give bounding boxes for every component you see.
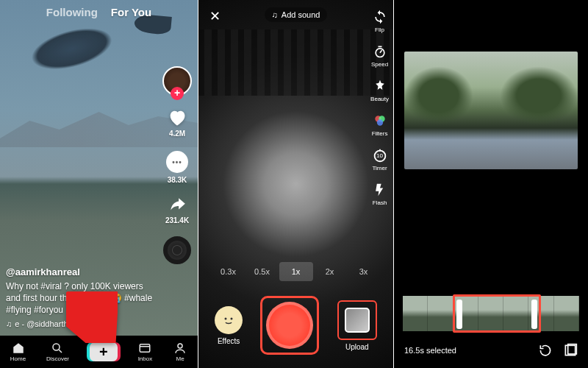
svg-point-12 [221, 313, 236, 328]
add-sound-button[interactable]: ♫ Add sound [265, 7, 328, 22]
zoom-2x[interactable]: 2x [313, 262, 347, 281]
svg-point-0 [53, 344, 60, 350]
trim-selection[interactable] [453, 294, 541, 333]
effects-button[interactable]: Effects [215, 306, 243, 345]
tab-following[interactable]: Following [46, 6, 98, 18]
profile-icon [173, 342, 187, 355]
preview-detail [500, 66, 578, 125]
effects-icon [215, 306, 243, 334]
comment-icon: ••• [165, 149, 190, 174]
music-note-icon: ♫ [272, 10, 278, 19]
zoom-selector: 0.3x 0.5x 1x 2x 3x [198, 262, 393, 281]
record-highlight [260, 296, 319, 355]
zoom-0-3x[interactable]: 0.3x [212, 262, 245, 281]
tool-filters-label: Filters [372, 130, 388, 137]
zoom-3x[interactable]: 3x [347, 262, 381, 281]
trim-screen: 16.5s selected [394, 0, 588, 368]
tool-flip[interactable]: Flip [372, 9, 388, 33]
tool-speed-label: Speed [371, 61, 388, 68]
tool-timer[interactable]: 10Timer [372, 147, 388, 171]
timeline-frame [554, 296, 579, 331]
tool-speed[interactable]: Speed [371, 43, 388, 68]
svg-point-3 [178, 344, 182, 348]
trim-handle-right[interactable] [531, 300, 537, 329]
speed-icon [372, 43, 388, 60]
trim-handle-left[interactable] [456, 300, 462, 329]
share-count: 231.4K [165, 216, 189, 224]
tool-beauty-label: Beauty [370, 96, 389, 102]
nav-me-label: Me [176, 355, 184, 362]
trim-footer: 16.5s selected [404, 343, 578, 358]
home-icon [11, 342, 26, 355]
filters-icon [372, 113, 388, 129]
timeline-frame [428, 296, 453, 331]
feed-tabs: Following For You [0, 6, 198, 18]
timer-value: 10 [372, 152, 388, 159]
preview-detail [404, 66, 473, 125]
record-button[interactable] [266, 302, 313, 349]
close-button[interactable]: ✕ [206, 7, 223, 25]
timeline-frame [403, 296, 428, 331]
feed-screen: Following For You + 4.2M ••• 38.3K 23 [0, 0, 198, 368]
camera-tools: Flip Speed Beauty Filters 10Timer Flash [370, 9, 389, 206]
aspect-button[interactable] [563, 343, 578, 358]
svg-rect-2 [140, 344, 151, 353]
trim-actions [538, 343, 578, 358]
annotation-arrow [66, 291, 118, 346]
upload-highlight [337, 300, 377, 340]
tab-for-you[interactable]: For You [111, 6, 151, 18]
music-note-icon: ♫ [6, 319, 12, 330]
comment-count: 38.3K [168, 176, 187, 184]
camera-bottom-controls: Effects Upload [198, 296, 393, 355]
heart-icon [166, 107, 188, 128]
nav-inbox-label: Inbox [138, 355, 153, 362]
viewfinder-detail [198, 29, 393, 96]
nav-me[interactable]: Me [173, 342, 187, 362]
zoom-0-5x[interactable]: 0.5x [245, 262, 279, 281]
svg-point-13 [225, 317, 227, 319]
creator-avatar[interactable]: + [162, 66, 192, 96]
inbox-icon [137, 342, 152, 355]
flip-icon [372, 9, 388, 25]
flash-icon [372, 182, 388, 198]
tool-flash-label: Flash [373, 199, 387, 206]
effects-label: Effects [218, 337, 240, 345]
add-sound-label: Add sound [282, 10, 320, 19]
sound-disc[interactable] [163, 236, 191, 264]
nav-discover-label: Discover [46, 355, 69, 362]
username[interactable]: @aamirkhanreal [6, 266, 154, 279]
tool-filters[interactable]: Filters [372, 113, 388, 137]
search-icon [50, 342, 65, 355]
follow-plus-icon[interactable]: + [171, 87, 184, 100]
like-button[interactable]: 4.2M [166, 107, 188, 138]
action-rail: + 4.2M ••• 38.3K 231.4K [162, 66, 192, 264]
svg-point-14 [231, 317, 233, 319]
selected-duration: 16.5s selected [404, 346, 456, 355]
upload-thumbnail-icon [345, 308, 370, 333]
beauty-icon [372, 78, 388, 94]
tool-flip-label: Flip [375, 26, 384, 33]
svg-point-9 [376, 119, 382, 125]
share-button[interactable]: 231.4K [165, 196, 189, 224]
video-preview [404, 52, 578, 169]
nav-home[interactable]: Home [10, 342, 26, 362]
zoom-1x[interactable]: 1x [279, 262, 313, 281]
nav-home-label: Home [10, 355, 26, 362]
svg-line-1 [60, 350, 62, 353]
timer-icon: 10 [372, 147, 388, 163]
nav-inbox[interactable]: Inbox [137, 342, 152, 362]
svg-point-4 [376, 49, 384, 57]
comment-button[interactable]: ••• 38.3K [165, 149, 190, 184]
share-icon [166, 196, 188, 215]
svg-line-5 [380, 50, 382, 52]
tool-timer-label: Timer [372, 165, 387, 171]
upload-button[interactable]: Upload [337, 300, 377, 351]
like-count: 4.2M [169, 130, 185, 138]
tool-beauty[interactable]: Beauty [370, 78, 389, 102]
upload-label: Upload [345, 343, 369, 351]
rotate-button[interactable] [538, 343, 553, 358]
tool-flash[interactable]: Flash [372, 182, 388, 206]
camera-screen: ✕ ♫ Add sound Flip Speed Beauty Filters … [198, 0, 393, 368]
